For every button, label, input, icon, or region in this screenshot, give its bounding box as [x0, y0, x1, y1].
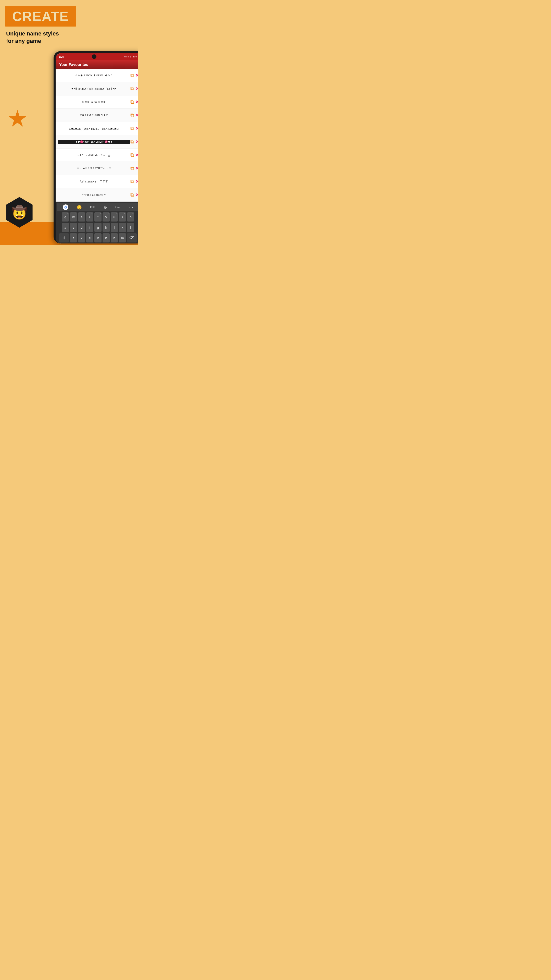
google-icon[interactable]: G — [63, 204, 68, 210]
key-s[interactable]: s — [70, 223, 77, 232]
key-i[interactable]: i8 — [119, 212, 126, 221]
fav-copy-btn-1[interactable]: ⧉ — [130, 73, 134, 78]
tagline-line1: Unique name styles — [6, 30, 59, 37]
fav-item-1: ☆✩⊕ RØCK ɆNRØL ⊕✩☆⧉✕ — [56, 69, 138, 82]
fav-item-3: ⊛✩⊕ sumi ⊛✩⊕⧉✕ — [56, 95, 138, 109]
camera-notch — [92, 54, 97, 59]
battery-text: 37% — [133, 56, 137, 58]
fav-name-6: ♣☢♓•JAY WALKER•♓☢♣ — [58, 140, 130, 144]
key-r[interactable]: r4 — [86, 212, 94, 221]
fav-name-8: ♡о..о♡LILLITH♡о..о♡ — [58, 166, 130, 170]
key-n[interactable]: n — [111, 233, 118, 242]
fav-item-5: □■□■□(I)(O)(N)(E)(L)(I)(A)□■□■□⧉✕ — [56, 122, 138, 135]
fav-copy-btn-9[interactable]: ⧉ — [130, 179, 134, 185]
key-b[interactable]: b — [103, 233, 110, 242]
app-bar-title: Your Favourites — [59, 62, 88, 67]
key-z[interactable]: z — [70, 233, 77, 242]
wifi-icon: WiFi — [124, 56, 129, 58]
create-banner: CREATE — [5, 6, 76, 27]
fav-delete-btn-10[interactable]: ✕ — [135, 192, 138, 197]
logo-hexagon: 🤠 — [4, 197, 35, 228]
fav-delete-btn-6[interactable]: ✕ — [135, 139, 138, 144]
key-m[interactable]: m — [119, 233, 126, 242]
fav-copy-btn-10[interactable]: ⧉ — [130, 192, 134, 198]
top-section: CREATE Unique name styles for any game — [0, 0, 138, 47]
key-d[interactable]: d — [78, 223, 85, 232]
key-o[interactable]: o9 — [127, 212, 134, 221]
logo-icon: 🤠 — [11, 205, 27, 220]
fav-item-2: ◄•♛(M)(A)(N)(I)(M)(A)(L)♛•►⧉✕ — [56, 82, 138, 95]
tagline-line2: for any game — [6, 38, 41, 44]
fav-copy-btn-3[interactable]: ⧉ — [130, 99, 134, 105]
keyboard-area: G 😊 GIF ⚙ G↔ ⋯ q1 w2 e3 r4 t5 y6 u7 i8 — [56, 202, 138, 243]
key-a[interactable]: a — [62, 223, 69, 232]
fav-name-2: ◄•♛(M)(A)(N)(I)(M)(A)(L)♛•► — [58, 86, 130, 91]
fav-delete-btn-7[interactable]: ✕ — [135, 153, 138, 158]
star-container: ★ — [7, 107, 33, 131]
settings-icon[interactable]: ⚙ — [103, 205, 107, 210]
fav-delete-btn-4[interactable]: ✕ — [135, 113, 138, 118]
phone-screen: 1:25 WiFi ▲ 37% Your Favourites ☆✩⊕ RØCK… — [56, 53, 138, 243]
fav-delete-btn-2[interactable]: ✕ — [135, 86, 138, 91]
emoji-icon[interactable]: 😊 — [77, 205, 82, 210]
key-u[interactable]: u7 — [111, 212, 118, 221]
key-row-3: ⇧ z x c v b n m ⌫ — [57, 233, 138, 242]
key-y[interactable]: y6 — [103, 212, 110, 221]
signal-icon: ▲ — [130, 56, 132, 58]
fav-name-5: □■□■□(I)(O)(N)(E)(L)(I)(A)□■□■□ — [58, 127, 130, 130]
star-icon: ★ — [7, 107, 33, 131]
fav-delete-btn-8[interactable]: ✕ — [135, 166, 138, 171]
fav-item-4: ℭ☬SÁM ƁØИƐY☬ℭ⧉✕ — [56, 109, 138, 122]
fav-name-7: ·.★*...crĒiĠhhtоŃ☆·.·ஐ — [58, 153, 130, 157]
keyboard-rows: q1 w2 e3 r4 t5 y6 u7 i8 o9 a s d f g — [57, 212, 138, 242]
fav-item-6: ♣☢♓•JAY WALKER•♓☢♣⧉✕ — [56, 135, 138, 148]
keyboard-toolbar: G 😊 GIF ⚙ G↔ ⋯ — [57, 203, 138, 211]
more-icon[interactable]: ⋯ — [129, 205, 133, 210]
fav-delete-btn-1[interactable]: ✕ — [135, 73, 138, 78]
phone-mockup: 1:25 WiFi ▲ 37% Your Favourites ☆✩⊕ RØCK… — [54, 51, 138, 243]
key-k[interactable]: k — [119, 223, 126, 232]
fav-copy-btn-6[interactable]: ⧉ — [130, 139, 134, 145]
key-row-2: a s d f g h j k l — [57, 223, 138, 232]
key-g[interactable]: g — [94, 223, 102, 232]
key-l[interactable]: l — [127, 223, 134, 232]
tagline: Unique name styles for any game — [6, 30, 133, 45]
fav-delete-btn-9[interactable]: ✕ — [135, 179, 138, 184]
translate-icon[interactable]: G↔ — [115, 205, 121, 209]
gif-icon[interactable]: GIF — [90, 205, 95, 209]
key-w[interactable]: w2 — [70, 212, 77, 221]
key-backspace[interactable]: ⌫ — [127, 233, 137, 242]
status-bar: 1:25 WiFi ▲ 37% — [56, 53, 138, 60]
fav-name-3: ⊛✩⊕ sumi ⊛✩⊕ — [58, 100, 130, 104]
key-t[interactable]: t5 — [94, 212, 102, 221]
fav-copy-btn-7[interactable]: ⧉ — [130, 152, 134, 158]
fav-name-4: ℭ☬SÁM ƁØИƐY☬ℭ — [58, 113, 130, 118]
key-h[interactable]: h — [103, 223, 110, 232]
fav-copy-btn-5[interactable]: ⧉ — [130, 126, 134, 131]
fav-copy-btn-8[interactable]: ⧉ — [130, 165, 134, 171]
favourites-list: ☆✩⊕ RØCK ɆNRØL ⊕✩☆⧉✕◄•♛(M)(A)(N)(I)(M)(A… — [56, 69, 138, 202]
key-f[interactable]: f — [86, 223, 94, 232]
key-shift[interactable]: ⇧ — [59, 233, 69, 242]
fav-item-8: ♡о..о♡LILLITH♡о..о♡⧉✕ — [56, 162, 138, 175]
key-v[interactable]: v — [94, 233, 102, 242]
fav-copy-btn-2[interactable]: ⧉ — [130, 86, 134, 92]
app-bar: Your Favourites — [56, 60, 138, 69]
status-icons: WiFi ▲ 37% — [124, 56, 137, 58]
fav-delete-btn-3[interactable]: ✕ — [135, 100, 138, 104]
key-e[interactable]: e3 — [78, 212, 85, 221]
key-c[interactable]: c — [86, 233, 94, 242]
logo-badge: 🤠 — [4, 197, 35, 228]
fav-delete-btn-5[interactable]: ✕ — [135, 126, 138, 131]
fav-item-9: °ஃ°?TRENT—⊤⊤⊤⧉✕ — [56, 175, 138, 188]
key-q[interactable]: q1 — [62, 212, 69, 221]
key-j[interactable]: j — [111, 223, 118, 232]
fav-item-7: ·.★*...crĒiĠhhtоŃ☆·.·ஐ⧉✕ — [56, 148, 138, 162]
fav-name-1: ☆✩⊕ RØCK ɆNRØL ⊕✩☆ — [58, 73, 130, 78]
fav-name-9: °ஃ°?TRENT—⊤⊤⊤ — [58, 180, 130, 184]
fav-name-10: ❧☆the dogtor☆❧ — [58, 192, 130, 197]
status-time: 1:25 — [59, 56, 64, 58]
fav-copy-btn-4[interactable]: ⧉ — [130, 112, 134, 118]
key-row-1: q1 w2 e3 r4 t5 y6 u7 i8 o9 — [57, 212, 138, 221]
key-x[interactable]: x — [78, 233, 85, 242]
